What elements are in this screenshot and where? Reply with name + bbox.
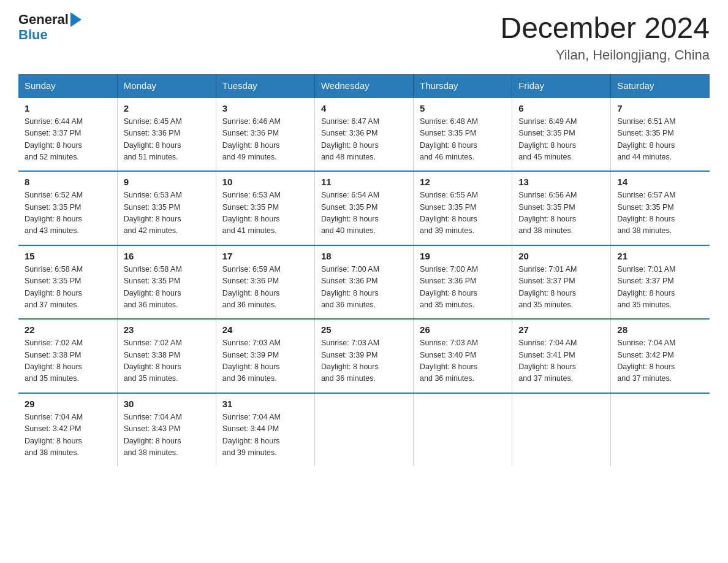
day-info: Sunrise: 7:00 AMSunset: 3:36 PMDaylight:… — [420, 264, 506, 312]
day-cell: 3Sunrise: 6:46 AMSunset: 3:36 PMDaylight… — [216, 98, 314, 172]
day-cell: 7Sunrise: 6:51 AMSunset: 3:35 PMDaylight… — [611, 98, 710, 172]
week-row-3: 15Sunrise: 6:58 AMSunset: 3:35 PMDayligh… — [18, 245, 710, 320]
day-cell: 28Sunrise: 7:04 AMSunset: 3:42 PMDayligh… — [611, 319, 710, 393]
header-thursday: Thursday — [414, 74, 512, 98]
week-row-2: 8Sunrise: 6:52 AMSunset: 3:35 PMDaylight… — [18, 171, 710, 245]
day-number: 8 — [25, 177, 111, 187]
day-cell: 13Sunrise: 6:56 AMSunset: 3:35 PMDayligh… — [512, 171, 611, 245]
logo-line1: General — [18, 12, 82, 27]
day-info: Sunrise: 7:01 AMSunset: 3:37 PMDaylight:… — [518, 264, 604, 312]
day-info: Sunrise: 6:44 AMSunset: 3:37 PMDaylight:… — [25, 116, 111, 164]
calendar-body: 1Sunrise: 6:44 AMSunset: 3:37 PMDaylight… — [18, 98, 710, 467]
day-cell: 26Sunrise: 7:03 AMSunset: 3:40 PMDayligh… — [414, 319, 512, 393]
day-number: 23 — [124, 324, 210, 335]
day-cell — [414, 393, 512, 467]
day-number: 10 — [222, 177, 308, 187]
day-number: 19 — [420, 251, 506, 261]
header-tuesday: Tuesday — [216, 74, 314, 98]
day-info: Sunrise: 7:04 AMSunset: 3:44 PMDaylight:… — [222, 412, 308, 459]
header-row: SundayMondayTuesdayWednesdayThursdayFrid… — [18, 74, 710, 98]
day-number: 24 — [222, 324, 308, 335]
day-info: Sunrise: 7:03 AMSunset: 3:40 PMDaylight:… — [420, 337, 506, 385]
logo: General Blue — [18, 12, 82, 43]
day-cell: 14Sunrise: 6:57 AMSunset: 3:35 PMDayligh… — [611, 171, 710, 245]
day-number: 30 — [124, 399, 210, 409]
page-header: General Blue December 2024 Yilan, Heilon… — [18, 12, 710, 63]
day-cell: 21Sunrise: 7:01 AMSunset: 3:37 PMDayligh… — [611, 245, 710, 320]
day-cell — [611, 393, 710, 467]
day-cell: 2Sunrise: 6:45 AMSunset: 3:36 PMDaylight… — [117, 98, 216, 172]
day-info: Sunrise: 7:01 AMSunset: 3:37 PMDaylight:… — [617, 264, 703, 312]
day-number: 22 — [25, 324, 111, 335]
day-info: Sunrise: 7:04 AMSunset: 3:42 PMDaylight:… — [617, 337, 703, 385]
day-number: 14 — [617, 177, 703, 187]
page-title: December 2024 — [500, 12, 710, 45]
day-number: 29 — [25, 399, 111, 409]
day-number: 3 — [222, 103, 308, 113]
header-monday: Monday — [117, 74, 216, 98]
day-info: Sunrise: 7:03 AMSunset: 3:39 PMDaylight:… — [222, 337, 308, 385]
week-row-5: 29Sunrise: 7:04 AMSunset: 3:42 PMDayligh… — [18, 393, 710, 467]
day-number: 27 — [518, 324, 604, 335]
day-cell: 20Sunrise: 7:01 AMSunset: 3:37 PMDayligh… — [512, 245, 611, 320]
day-number: 21 — [617, 251, 703, 261]
day-cell: 4Sunrise: 6:47 AMSunset: 3:36 PMDaylight… — [314, 98, 413, 172]
day-cell: 5Sunrise: 6:48 AMSunset: 3:35 PMDaylight… — [414, 98, 512, 172]
day-cell: 27Sunrise: 7:04 AMSunset: 3:41 PMDayligh… — [512, 319, 611, 393]
day-number: 17 — [222, 251, 308, 261]
day-cell: 22Sunrise: 7:02 AMSunset: 3:38 PMDayligh… — [18, 319, 117, 393]
day-cell: 6Sunrise: 6:49 AMSunset: 3:35 PMDaylight… — [512, 98, 611, 172]
day-number: 5 — [420, 103, 506, 113]
day-cell: 1Sunrise: 6:44 AMSunset: 3:37 PMDaylight… — [18, 98, 117, 172]
day-cell: 23Sunrise: 7:02 AMSunset: 3:38 PMDayligh… — [117, 319, 216, 393]
calendar-header: SundayMondayTuesdayWednesdayThursdayFrid… — [18, 74, 710, 98]
day-cell: 30Sunrise: 7:04 AMSunset: 3:43 PMDayligh… — [117, 393, 216, 467]
day-cell: 24Sunrise: 7:03 AMSunset: 3:39 PMDayligh… — [216, 319, 314, 393]
header-sunday: Sunday — [18, 74, 117, 98]
day-info: Sunrise: 6:49 AMSunset: 3:35 PMDaylight:… — [518, 116, 604, 164]
day-info: Sunrise: 6:57 AMSunset: 3:35 PMDaylight:… — [617, 190, 703, 237]
day-info: Sunrise: 6:54 AMSunset: 3:35 PMDaylight:… — [321, 190, 407, 237]
day-cell: 10Sunrise: 6:53 AMSunset: 3:35 PMDayligh… — [216, 171, 314, 245]
day-number: 20 — [518, 251, 604, 261]
day-cell: 9Sunrise: 6:53 AMSunset: 3:35 PMDaylight… — [117, 171, 216, 245]
day-info: Sunrise: 6:53 AMSunset: 3:35 PMDaylight:… — [124, 190, 210, 237]
day-cell — [512, 393, 611, 467]
day-number: 12 — [420, 177, 506, 187]
day-info: Sunrise: 6:48 AMSunset: 3:35 PMDaylight:… — [420, 116, 506, 164]
day-info: Sunrise: 7:02 AMSunset: 3:38 PMDaylight:… — [124, 337, 210, 385]
day-number: 1 — [25, 103, 111, 113]
day-info: Sunrise: 6:55 AMSunset: 3:35 PMDaylight:… — [420, 190, 506, 237]
day-info: Sunrise: 6:56 AMSunset: 3:35 PMDaylight:… — [518, 190, 604, 237]
day-cell: 15Sunrise: 6:58 AMSunset: 3:35 PMDayligh… — [18, 245, 117, 320]
day-number: 9 — [124, 177, 210, 187]
day-info: Sunrise: 7:04 AMSunset: 3:43 PMDaylight:… — [124, 412, 210, 459]
day-number: 18 — [321, 251, 407, 261]
day-info: Sunrise: 6:45 AMSunset: 3:36 PMDaylight:… — [124, 116, 210, 164]
day-cell: 16Sunrise: 6:58 AMSunset: 3:35 PMDayligh… — [117, 245, 216, 320]
title-block: December 2024 Yilan, Heilongjiang, China — [500, 12, 710, 63]
logo-blue-text: Blue — [18, 27, 48, 43]
day-info: Sunrise: 7:04 AMSunset: 3:41 PMDaylight:… — [518, 337, 604, 385]
day-number: 15 — [25, 251, 111, 261]
day-cell: 18Sunrise: 7:00 AMSunset: 3:36 PMDayligh… — [314, 245, 413, 320]
day-number: 11 — [321, 177, 407, 187]
day-number: 31 — [222, 399, 308, 409]
day-number: 13 — [518, 177, 604, 187]
day-info: Sunrise: 6:58 AMSunset: 3:35 PMDaylight:… — [124, 264, 210, 312]
day-info: Sunrise: 6:58 AMSunset: 3:35 PMDaylight:… — [25, 264, 111, 312]
day-info: Sunrise: 6:51 AMSunset: 3:35 PMDaylight:… — [617, 116, 703, 164]
day-number: 25 — [321, 324, 407, 335]
week-row-4: 22Sunrise: 7:02 AMSunset: 3:38 PMDayligh… — [18, 319, 710, 393]
day-info: Sunrise: 7:03 AMSunset: 3:39 PMDaylight:… — [321, 337, 407, 385]
day-info: Sunrise: 7:04 AMSunset: 3:42 PMDaylight:… — [25, 412, 111, 459]
day-info: Sunrise: 6:47 AMSunset: 3:36 PMDaylight:… — [321, 116, 407, 164]
day-cell: 25Sunrise: 7:03 AMSunset: 3:39 PMDayligh… — [314, 319, 413, 393]
day-number: 28 — [617, 324, 703, 335]
day-cell: 8Sunrise: 6:52 AMSunset: 3:35 PMDaylight… — [18, 171, 117, 245]
day-number: 6 — [518, 103, 604, 113]
day-cell: 29Sunrise: 7:04 AMSunset: 3:42 PMDayligh… — [18, 393, 117, 467]
day-cell — [314, 393, 413, 467]
day-info: Sunrise: 7:02 AMSunset: 3:38 PMDaylight:… — [25, 337, 111, 385]
day-number: 7 — [617, 103, 703, 113]
